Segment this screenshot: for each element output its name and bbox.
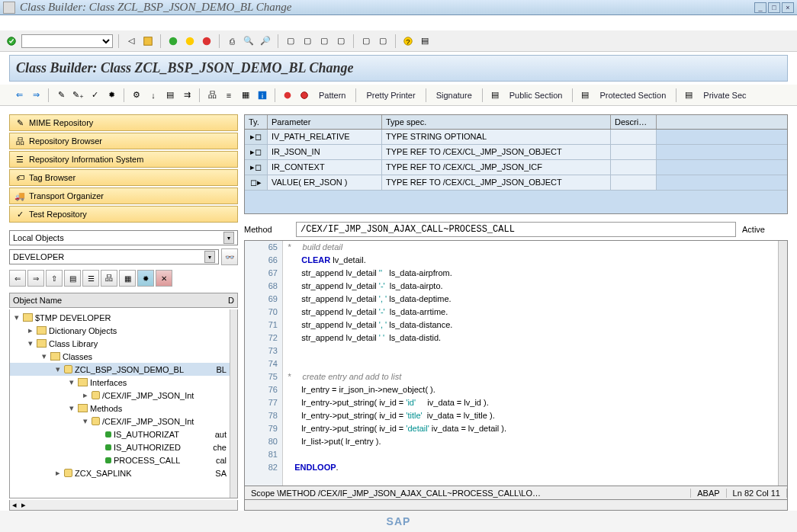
user-dropdown[interactable]: DEVELOPER▾	[9, 249, 219, 264]
tool-icon-3[interactable]: ▢	[317, 34, 331, 48]
tree-back-icon[interactable]: ⇐	[9, 270, 26, 287]
param-row[interactable]: ▸◻IR_JSON_INTYPE REF TO /CEX/CL_JMP_JSON…	[245, 145, 787, 160]
public-section-button[interactable]: Public Section	[505, 91, 567, 100]
pretty-printer-button[interactable]: Pretty Printer	[362, 91, 419, 100]
tree-menu-icon[interactable]: ☰	[82, 270, 99, 287]
method-name-field[interactable]: /CEX/IF_JMP_JSON_AJAX_CALL~PROCESS_CALL	[296, 222, 736, 237]
tree-row[interactable]: IS_AUTHORIZEDche	[10, 441, 237, 453]
layout-icon[interactable]: ▤	[418, 34, 432, 48]
svg-point-9	[284, 91, 291, 98]
detail-icon[interactable]: ▦	[239, 88, 252, 102]
tree-fwd-icon[interactable]: ⇒	[27, 270, 44, 287]
tree-star-icon[interactable]: ✹	[137, 270, 154, 287]
info-icon[interactable]: i	[255, 88, 269, 102]
tree-close-icon[interactable]: ✕	[156, 270, 172, 287]
display-change-icon[interactable]: ✎	[54, 88, 68, 102]
close-button[interactable]: ×	[782, 2, 794, 13]
nav-test-repository[interactable]: ✓Test Repository	[9, 206, 238, 223]
command-field[interactable]	[21, 34, 113, 48]
nav-back-icon[interactable]: ⇐	[12, 88, 26, 102]
window-titlebar: Class Builder: Class ZCL_BSP_JSON_DEMO_B…	[0, 0, 797, 15]
tree-scrollbar[interactable]	[230, 309, 237, 498]
test-icon[interactable]: ⚙	[130, 88, 143, 102]
svg-point-4	[203, 37, 211, 45]
activate-icon[interactable]: ✹	[104, 88, 118, 102]
nav-transport-organizer[interactable]: 🚚Transport Organizer	[9, 187, 238, 204]
tree-row[interactable]: ▸Dictionary Objects	[10, 324, 237, 337]
line-gutter: 656667686970717273747576777879808182	[245, 241, 283, 486]
code-area[interactable]: * build detail CLEAR lv_detail. str_appe…	[283, 241, 778, 486]
param-row[interactable]: ◻▸VALUE( ER_JSON )TYPE REF TO /CEX/CL_JM…	[245, 175, 787, 191]
list-icon[interactable]: ≡	[222, 88, 236, 102]
interface-icon	[92, 391, 100, 399]
tree-row[interactable]: ▾$TMP DEVELOPER	[10, 311, 237, 324]
svg-point-2	[169, 37, 178, 45]
ok-icon[interactable]	[5, 34, 18, 48]
svg-text:?: ?	[406, 37, 410, 45]
tree-header: Object Name D	[9, 293, 238, 308]
tree-row-selected[interactable]: ▾ZCL_BSP_JSON_DEMO_BLBL	[10, 363, 237, 376]
nav-repository-browser[interactable]: 品Repository Browser	[9, 133, 238, 149]
code-editor[interactable]: 656667686970717273747576777879808182 * b…	[244, 240, 788, 486]
glasses-icon[interactable]: 👓	[221, 248, 238, 265]
tree-row[interactable]: PROCESS_CALLcal	[10, 453, 237, 466]
window-title: Class Builder: Class ZCL_BSP_JSON_DEMO_B…	[20, 1, 754, 14]
find-next-icon[interactable]: 🔎	[259, 34, 272, 48]
object-tree[interactable]: ▾$TMP DEVELOPER ▸Dictionary Objects ▾Cla…	[9, 309, 238, 498]
importing-icon: ▸◻	[245, 130, 268, 144]
sap-logo: SAP	[387, 515, 411, 527]
tool-icon-2[interactable]: ▢	[300, 34, 314, 48]
param-row[interactable]: ▸◻IV_PATH_RELATIVETYPE STRING OPTIONAL	[245, 130, 787, 145]
tree-refresh-icon[interactable]: ▤	[64, 270, 81, 287]
param-row[interactable]: ▸◻IR_CONTEXTTYPE REF TO /CEX/CL_JMP_JSON…	[245, 160, 787, 175]
breakpoint2-icon[interactable]	[297, 88, 311, 102]
tree-row[interactable]: ▾/CEX/IF_JMP_JSON_Int	[10, 415, 237, 428]
editor-hscroll[interactable]	[244, 500, 788, 511]
nav-tag-browser[interactable]: 🏷Tag Browser	[9, 169, 238, 186]
cancel-icon[interactable]	[200, 34, 214, 48]
tree-detail-icon[interactable]: ▦	[119, 270, 136, 287]
tree-row[interactable]: ▾Methods	[10, 402, 237, 415]
private-section-button[interactable]: Private Sec	[699, 91, 750, 100]
tree-row[interactable]: ▸/CEX/IF_JMP_JSON_Int	[10, 389, 237, 402]
tree-up-icon[interactable]: ⇧	[46, 270, 63, 287]
tool-icon-1[interactable]: ▢	[284, 34, 297, 48]
pattern-button[interactable]: Pattern	[314, 91, 350, 100]
nav-mime-repository[interactable]: ✎MIME Repository	[9, 114, 238, 131]
save-icon[interactable]	[141, 34, 155, 48]
tree-hierarchy-icon[interactable]: 品	[101, 270, 117, 287]
tree-row[interactable]: ▾Class Library	[10, 337, 237, 350]
exit-icon[interactable]	[183, 34, 197, 48]
private-section-icon: ▤	[682, 88, 696, 102]
green-back-icon[interactable]	[166, 34, 180, 48]
maximize-button[interactable]: □	[768, 2, 780, 13]
tree-icon[interactable]: ▤	[163, 88, 177, 102]
folder-icon	[78, 378, 88, 386]
nav-repository-info[interactable]: ☰Repository Information System	[9, 151, 238, 168]
editor-vscroll[interactable]	[778, 241, 787, 486]
other-object-icon[interactable]: ✎₊	[71, 88, 85, 102]
tree-row[interactable]: ▾Classes	[10, 350, 237, 363]
tree-row[interactable]: IS_AUTHORIZATaut	[10, 428, 237, 441]
tree-row[interactable]: ▾Interfaces	[10, 376, 237, 389]
tree-hscroll[interactable]: ◂▸	[9, 500, 238, 511]
outline-icon[interactable]: ⇉	[180, 88, 194, 102]
nav-fwd-icon[interactable]: ⇒	[29, 88, 43, 102]
folder-icon	[50, 352, 60, 361]
signature-button[interactable]: Signature	[432, 91, 477, 100]
minimize-button[interactable]: _	[754, 2, 766, 13]
back-icon[interactable]: ◁	[124, 34, 138, 48]
tool-icon-5[interactable]: ▢	[359, 34, 373, 48]
print-icon[interactable]: ⎙	[225, 34, 239, 48]
protected-section-button[interactable]: Protected Section	[595, 91, 670, 100]
breakpoint-icon[interactable]	[281, 88, 294, 102]
hierarchy-icon[interactable]: 品	[205, 88, 219, 102]
tree-row[interactable]: ▸ZCX_SAPLINKSA	[10, 466, 237, 479]
find-icon[interactable]: 🔍	[242, 34, 255, 48]
help-icon[interactable]: ?	[401, 34, 415, 48]
where-used-icon[interactable]: ↓	[146, 88, 160, 102]
tool-icon-4[interactable]: ▢	[334, 34, 348, 48]
check-icon[interactable]: ✓	[88, 88, 101, 102]
tool-icon-6[interactable]: ▢	[376, 34, 390, 48]
package-dropdown[interactable]: Local Objects▾	[9, 230, 238, 245]
